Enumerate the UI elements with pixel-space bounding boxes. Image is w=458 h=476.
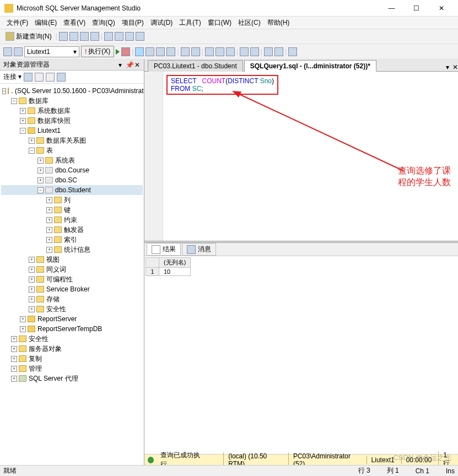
specify-values-icon[interactable] (288, 47, 297, 56)
tree-expand-icon[interactable]: + (11, 356, 17, 362)
results-grid-icon[interactable] (215, 47, 224, 56)
tree-collapse-icon[interactable]: − (2, 88, 6, 94)
tree-server[interactable]: . (SQL Server 10.50.1600 - PC03\Administ… (11, 87, 144, 95)
tree-triggers[interactable]: 触发器 (64, 225, 84, 235)
tree-views[interactable]: 视图 (46, 255, 60, 264)
menu-tools[interactable]: 工具(T) (176, 18, 204, 28)
tree-expand-icon[interactable]: + (46, 217, 52, 223)
tree-security-db[interactable]: 安全性 (46, 305, 66, 314)
refresh-icon[interactable] (57, 73, 66, 82)
pane-close-icon[interactable]: ✕ (134, 61, 141, 69)
parse-icon[interactable] (135, 47, 144, 56)
tree-course[interactable]: dbo.Course (55, 166, 89, 174)
menu-view[interactable]: 查看(V) (60, 18, 89, 28)
filter-icon[interactable] (46, 73, 55, 82)
tree-replication[interactable]: 复制 (29, 354, 42, 364)
tree-keys[interactable]: 键 (64, 205, 71, 215)
estimated-plan-icon[interactable] (146, 47, 154, 56)
tree-collapse-icon[interactable]: − (11, 98, 17, 104)
tree-storage[interactable]: 存储 (46, 295, 60, 304)
tree-tables[interactable]: 表 (46, 146, 53, 155)
new-query-button[interactable]: 新建查询(N) (3, 31, 54, 42)
tree-db-snapshot[interactable]: 数据库快照 (37, 116, 71, 126)
toolbar-icon-2[interactable] (69, 32, 78, 41)
tree-expand-icon[interactable]: + (29, 306, 35, 312)
menu-community[interactable]: 社区(C) (235, 18, 264, 28)
tree-cols[interactable]: 列 (64, 196, 71, 205)
tree-management[interactable]: 管理 (29, 364, 42, 374)
tree-expand-icon[interactable]: + (20, 108, 26, 114)
database-combo[interactable]: Liutext1▾ (24, 46, 79, 57)
tree-sc[interactable]: dbo.SC (55, 176, 77, 184)
tree-synonyms[interactable]: 同义词 (46, 265, 66, 274)
tree-programmability[interactable]: 可编程性 (46, 275, 73, 284)
tree-expand-icon[interactable]: + (20, 118, 26, 124)
pane-dropdown-icon[interactable]: ▾ (117, 61, 123, 69)
stop-icon[interactable] (121, 47, 130, 56)
tree-expand-icon[interactable]: + (46, 207, 52, 213)
tree-expand-icon[interactable]: + (37, 177, 44, 183)
tree-constraints[interactable]: 约束 (64, 215, 77, 225)
results-text-icon[interactable] (205, 47, 214, 56)
change-connection-icon[interactable] (14, 47, 23, 56)
tree-expand-icon[interactable]: + (29, 257, 35, 263)
print-icon[interactable] (136, 32, 144, 41)
save-all-icon[interactable] (125, 32, 134, 41)
object-tree[interactable]: −. (SQL Server 10.50.1600 - PC03\Adminis… (0, 84, 144, 465)
messages-tab[interactable]: 消息 (182, 243, 216, 256)
tree-expand-icon[interactable]: + (11, 366, 17, 372)
connect-bar-icon-1[interactable] (24, 73, 33, 82)
tree-expand-icon[interactable]: + (29, 296, 35, 302)
tree-expand-icon[interactable]: + (11, 336, 17, 342)
tree-sys-tables[interactable]: 系统表 (55, 156, 75, 165)
tree-expand-icon[interactable]: + (29, 138, 35, 144)
grid-header[interactable]: (无列名) (159, 258, 191, 268)
results-grid[interactable]: (无列名) 110 (144, 256, 458, 285)
tree-sys-db[interactable]: 系统数据库 (37, 106, 71, 116)
tree-indexes[interactable]: 索引 (64, 235, 77, 245)
tab-list-icon[interactable]: ▾ (446, 63, 449, 71)
tree-databases[interactable]: 数据库 (29, 96, 49, 106)
tree-service-broker[interactable]: Service Broker (46, 285, 90, 293)
outdent-icon[interactable] (274, 47, 283, 56)
tree-expand-icon[interactable]: + (46, 237, 52, 243)
tab-student[interactable]: PC03.Liutext1 - dbo.Student (148, 60, 243, 72)
uncomment-icon[interactable] (250, 47, 259, 56)
toolbar-icon-1[interactable] (59, 32, 68, 41)
results-tab[interactable]: 结果 (147, 243, 181, 256)
debug-play-icon[interactable] (116, 49, 120, 55)
tree-expand-icon[interactable]: + (46, 227, 52, 233)
menu-help[interactable]: 帮助(H) (264, 18, 293, 28)
grid-cell[interactable]: 10 (159, 268, 191, 276)
tree-expand-icon[interactable]: + (46, 247, 52, 253)
tab-sqlquery[interactable]: SQLQuery1.sql - (l...dministrator (52))* (244, 60, 376, 72)
toolbar-icon-3[interactable] (80, 32, 89, 41)
menu-query[interactable]: 查询(Q) (89, 18, 118, 28)
sql-editor[interactable]: SELECT COUNT(DISTINCT Sno) FROM SC; 查询选修… (144, 72, 458, 241)
tree-expand-icon[interactable]: + (29, 286, 35, 293)
connect-bar-icon-2[interactable] (35, 73, 44, 82)
save-icon[interactable] (115, 32, 123, 41)
tree-report-server[interactable]: ReportServer (37, 315, 77, 323)
tree-expand-icon[interactable]: + (11, 376, 17, 382)
tree-diagrams[interactable]: 数据库关系图 (46, 136, 86, 145)
tree-collapse-icon[interactable]: − (37, 187, 44, 193)
tree-student[interactable]: dbo.Student (55, 186, 91, 194)
client-stats-icon[interactable] (191, 47, 200, 56)
tree-expand-icon[interactable]: + (20, 316, 26, 322)
close-button[interactable]: ✕ (429, 1, 454, 16)
menu-window[interactable]: 窗口(W) (204, 18, 235, 28)
grid-row-header[interactable]: 1 (146, 268, 159, 276)
tree-expand-icon[interactable]: + (29, 277, 35, 283)
results-file-icon[interactable] (226, 47, 235, 56)
tree-server-objects[interactable]: 服务器对象 (29, 344, 62, 354)
tree-collapse-icon[interactable]: − (29, 148, 35, 154)
query-options-icon[interactable] (156, 47, 165, 56)
tree-expand-icon[interactable]: + (46, 197, 52, 203)
open-icon[interactable] (104, 32, 113, 41)
tree-collapse-icon[interactable]: − (20, 128, 26, 134)
tree-user-db[interactable]: Liutext1 (37, 127, 61, 134)
tree-expand-icon[interactable]: + (37, 167, 44, 174)
connect-icon[interactable] (3, 47, 12, 56)
tree-expand-icon[interactable]: + (20, 326, 26, 332)
